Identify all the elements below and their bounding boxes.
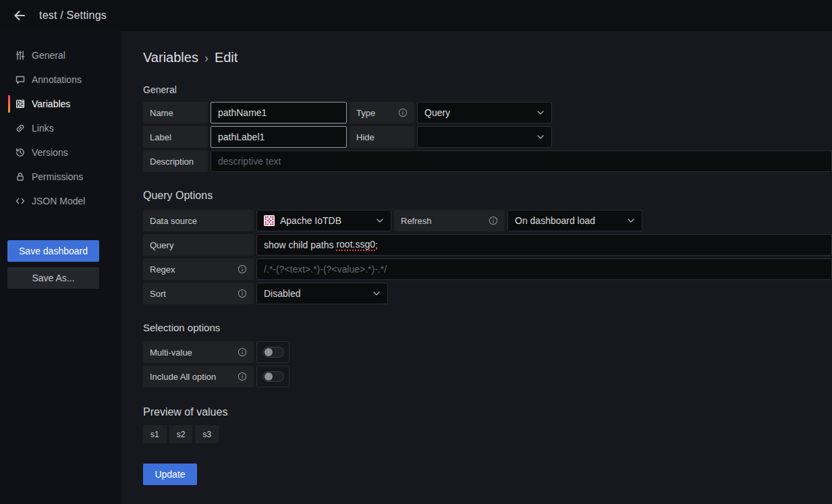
sidebar-item-variables[interactable]: Variables [0,92,121,116]
type-select-value: Query [424,107,450,118]
include-all-label-text: Include All option [150,372,216,382]
calculator-icon [15,99,26,109]
name-type-row: Name Type Query [143,102,832,123]
type-label-text: Type [356,108,375,118]
description-label: Description [143,150,208,172]
info-icon[interactable] [238,347,247,357]
include-all-toggle[interactable] [256,366,289,387]
back-arrow-icon[interactable] [9,5,30,26]
sidebar-item-label: Annotations [32,74,82,85]
info-icon[interactable] [238,289,247,298]
sort-select-value: Disabled [264,288,300,299]
multi-value-label: Multi-value [143,341,254,363]
refresh-label: Refresh [394,210,505,231]
toggle-track [262,371,284,382]
name-label: Name [143,102,208,123]
label-label: Label [143,126,208,148]
preview-value-chip: s1 [143,425,167,443]
query-label: Query [143,234,254,256]
sliders-icon [15,50,26,61]
breadcrumb: Variables › Edit [143,50,832,65]
sidebar-item-json-model[interactable]: JSON Model [0,189,121,213]
settings-sidebar: General Annotations Variables [0,31,121,504]
toggle-knob [265,348,273,356]
include-all-row: Include All option [143,366,832,387]
code-brackets-icon [15,196,26,206]
datasource-refresh-row: Data source Apache IoTDB [143,210,832,231]
sidebar-item-general[interactable]: General [0,43,121,67]
regex-label-text: Regex [150,264,175,275]
description-input[interactable] [211,150,832,172]
preview-value-chip: s2 [169,425,193,443]
save-dashboard-button[interactable]: Save dashboard [7,240,99,262]
top-header: test / Settings [0,0,832,31]
variables-edit-panel: Variables › Edit General Name Type Query… [121,31,832,504]
sidebar-item-label: Permissions [32,171,83,182]
preview-value-chip: s3 [195,425,219,443]
query-text-suffix: ; [375,240,378,250]
refresh-select[interactable]: On dashboard load [507,210,642,231]
sort-select[interactable]: Disabled [256,283,388,304]
info-icon[interactable] [489,216,498,225]
toggle-track [262,347,284,358]
refresh-select-value: On dashboard load [515,215,595,226]
sort-label-text: Sort [150,289,166,299]
breadcrumb-section[interactable]: Variables [143,50,198,65]
regex-row: Regex [143,258,832,280]
sidebar-item-versions[interactable]: Versions [0,140,121,165]
sidebar-item-label: Variables [32,99,70,109]
refresh-label-text: Refresh [401,216,432,226]
data-source-select[interactable]: Apache IoTDB [256,210,391,231]
query-text: show child paths [264,240,336,250]
save-as-button[interactable]: Save As... [7,267,99,289]
include-all-label: Include All option [143,366,254,387]
sort-row: Sort Disabled [143,283,832,304]
hide-select[interactable] [417,126,552,148]
lock-icon [15,171,26,182]
update-button[interactable]: Update [143,464,197,485]
sidebar-item-permissions[interactable]: Permissions [0,165,121,189]
general-section-heading: General [143,84,832,95]
preview-heading: Preview of values [143,406,832,418]
query-options-heading: Query Options [143,190,832,202]
chevron-down-icon [627,218,635,223]
type-label: Type [350,102,414,123]
apache-iotdb-logo-icon [264,215,275,226]
hide-label: Hide [350,126,414,148]
selection-options-heading: Selection options [143,322,832,333]
label-input[interactable] [211,126,347,148]
sort-label: Sort [143,283,254,304]
info-icon[interactable] [398,108,408,117]
info-icon[interactable] [238,264,247,274]
multi-value-row: Multi-value [143,341,832,363]
toggle-knob [265,372,273,381]
multi-value-toggle[interactable] [256,341,289,363]
data-source-select-value: Apache IoTDB [280,215,341,226]
dashboard-title: test / Settings [39,9,107,22]
active-indicator [8,95,10,113]
sidebar-item-label: General [32,50,65,61]
multi-value-label-text: Multi-value [150,347,192,358]
history-icon [15,147,26,158]
breadcrumb-separator: › [204,51,209,65]
info-icon[interactable] [238,372,247,381]
regex-input[interactable] [256,258,832,280]
preview-values: s1 s2 s3 [143,425,832,443]
sidebar-item-annotations[interactable]: Annotations [0,67,121,92]
regex-label: Regex [143,258,254,280]
label-hide-row: Label Hide [143,126,832,148]
sidebar-item-links[interactable]: Links [0,116,121,140]
chevron-down-icon [376,218,384,223]
chevron-down-icon [536,134,545,140]
type-select[interactable]: Query [417,102,552,123]
query-misspelled-text: root.ssg0 [336,239,375,251]
comment-icon [15,74,26,85]
sidebar-item-label: Versions [32,147,68,158]
breadcrumb-page: Edit [215,50,238,65]
chevron-down-icon [536,110,545,115]
query-row: Query show child paths root.ssg0; [143,234,832,256]
query-input[interactable]: show child paths root.ssg0; [256,234,832,256]
data-source-label: Data source [143,210,254,231]
name-input[interactable] [211,102,347,123]
sidebar-item-label: JSON Model [32,196,85,206]
